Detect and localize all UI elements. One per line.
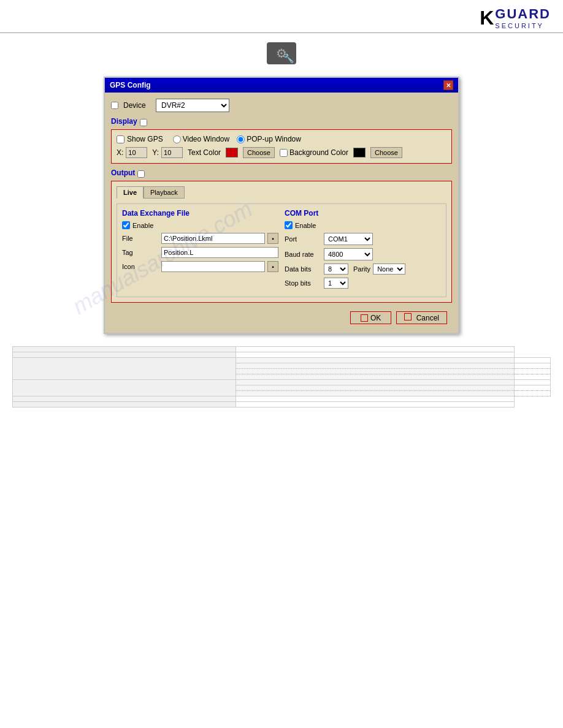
icon-browse-button[interactable]: ▪ xyxy=(267,261,278,272)
y-input[interactable] xyxy=(161,147,183,158)
cancel-button[interactable]: Cancel xyxy=(396,311,447,324)
baud-rate-select[interactable]: 4800 xyxy=(324,248,373,260)
parity-select[interactable]: None xyxy=(373,264,405,275)
table-cell xyxy=(236,385,514,391)
display-section: Show GPS Video Window POP-up Window xyxy=(111,129,452,164)
output-columns: Data Exchange File Enable File ▪ xyxy=(117,203,446,297)
data-exchange-col: Data Exchange File Enable File ▪ xyxy=(122,209,278,292)
table-cell xyxy=(514,380,550,385)
gps-dialog: GPS Config ✕ Device DVR#2 Display xyxy=(104,77,459,334)
dialog-area: GPS Config ✕ Device DVR#2 Display xyxy=(0,70,563,346)
file-input[interactable] xyxy=(161,233,265,244)
data-exchange-enable: Enable xyxy=(122,221,278,229)
com-port-col: COM Port Enable Port COM1 xyxy=(285,209,441,292)
table-cell xyxy=(236,402,514,408)
table-cell xyxy=(236,391,514,396)
bg-color-checkbox[interactable] xyxy=(280,149,288,157)
ok-label: OK xyxy=(370,314,381,322)
icon-label: Icon xyxy=(122,263,159,270)
icon-row: Icon ▪ xyxy=(122,261,278,272)
baud-rate-row: Baud rate 4800 xyxy=(285,248,441,260)
display-row1: Show GPS Video Window POP-up Window xyxy=(117,135,446,143)
y-label: Y: xyxy=(152,148,159,157)
port-select[interactable]: COM1 xyxy=(324,233,373,245)
bg-color-swatch xyxy=(353,148,366,157)
table-cell xyxy=(13,347,236,352)
device-row: Device DVR#2 xyxy=(111,99,452,112)
ok-button[interactable]: OK xyxy=(350,311,391,324)
tab-live[interactable]: Live xyxy=(117,186,144,199)
data-exchange-title: Data Exchange File xyxy=(122,209,278,218)
video-window-radio-item: Video Window xyxy=(173,135,230,143)
table-cell xyxy=(13,402,236,408)
device-checkbox[interactable] xyxy=(111,102,118,109)
dialog-titlebar: GPS Config ✕ xyxy=(105,78,458,93)
table-cell xyxy=(514,369,550,374)
tag-input[interactable] xyxy=(161,247,278,258)
data-exchange-enable-checkbox[interactable] xyxy=(122,221,130,229)
radio-group: Video Window POP-up Window xyxy=(173,135,301,143)
table-row xyxy=(13,396,551,402)
output-checkbox[interactable] xyxy=(137,170,145,178)
y-group: Y: xyxy=(152,147,183,158)
com-enable-checkbox[interactable] xyxy=(285,221,293,229)
logo-security-text: SECURITY xyxy=(495,22,551,29)
data-bits-row: Data bits 8 Parity None xyxy=(285,264,441,275)
table-cell xyxy=(13,358,236,380)
parity-label: Parity xyxy=(353,265,370,273)
page-header: K GUARD SECURITY xyxy=(0,0,563,33)
show-gps-checkbox[interactable] xyxy=(117,135,124,143)
table-cell xyxy=(236,380,514,385)
bg-color-check: Background Color xyxy=(280,148,348,157)
table-cell xyxy=(13,352,236,358)
device-label: Device xyxy=(123,101,151,110)
tag-label: Tag xyxy=(122,249,159,256)
logo-k: K xyxy=(480,7,494,29)
video-window-radio[interactable] xyxy=(173,135,181,143)
display-row2: X: Y: Text Color Choose Background Col xyxy=(117,147,446,158)
show-gps-check: Show GPS xyxy=(117,135,163,143)
data-bits-select[interactable]: 8 xyxy=(324,264,348,275)
x-label: X: xyxy=(117,148,123,157)
table-row xyxy=(13,352,551,358)
text-color-choose-button[interactable]: Choose xyxy=(243,147,275,158)
port-row: Port COM1 xyxy=(285,233,441,245)
stop-bits-select[interactable]: 1 xyxy=(324,278,348,289)
file-label: File xyxy=(122,235,159,242)
background-color-label: Background Color xyxy=(289,148,348,157)
settings-icon xyxy=(267,42,296,64)
tab-playback[interactable]: Playback xyxy=(144,186,185,199)
table-row xyxy=(13,358,551,363)
table-cell xyxy=(13,380,236,396)
table-cell xyxy=(236,363,514,369)
icon-input[interactable] xyxy=(161,261,265,272)
stop-bits-label: Stop bits xyxy=(285,279,321,287)
display-section-wrapper: Display Show GPS Video Window xyxy=(111,117,452,164)
table-row xyxy=(13,402,551,408)
device-select[interactable]: DVR#2 xyxy=(156,99,229,112)
display-checkbox[interactable] xyxy=(140,119,147,126)
file-browse-button[interactable]: ▪ xyxy=(267,233,278,244)
table-cell xyxy=(236,374,514,380)
table-cell xyxy=(236,358,514,363)
dialog-close-button[interactable]: ✕ xyxy=(443,80,453,90)
table-cell xyxy=(236,396,514,402)
logo-guard-text: GUARD xyxy=(495,6,551,22)
dialog-title: GPS Config xyxy=(110,81,151,89)
display-label: Display xyxy=(111,117,137,126)
dialog-body: Device DVR#2 Display Show GPS xyxy=(105,93,458,333)
tag-row: Tag xyxy=(122,247,278,258)
stop-bits-row: Stop bits 1 xyxy=(285,278,441,289)
table-cell xyxy=(514,385,550,391)
x-input[interactable] xyxy=(126,147,147,158)
tabs-row: Live Playback xyxy=(117,186,446,199)
popup-window-radio[interactable] xyxy=(237,135,245,143)
com-enable-label: Enable xyxy=(295,222,316,229)
popup-window-label: POP-up Window xyxy=(247,135,301,143)
table-area xyxy=(0,346,563,420)
table-cell xyxy=(514,358,550,363)
com-enable: Enable xyxy=(285,221,441,229)
bg-color-choose-button[interactable]: Choose xyxy=(370,147,402,158)
table-row xyxy=(13,347,551,352)
show-gps-label: Show GPS xyxy=(127,135,163,143)
